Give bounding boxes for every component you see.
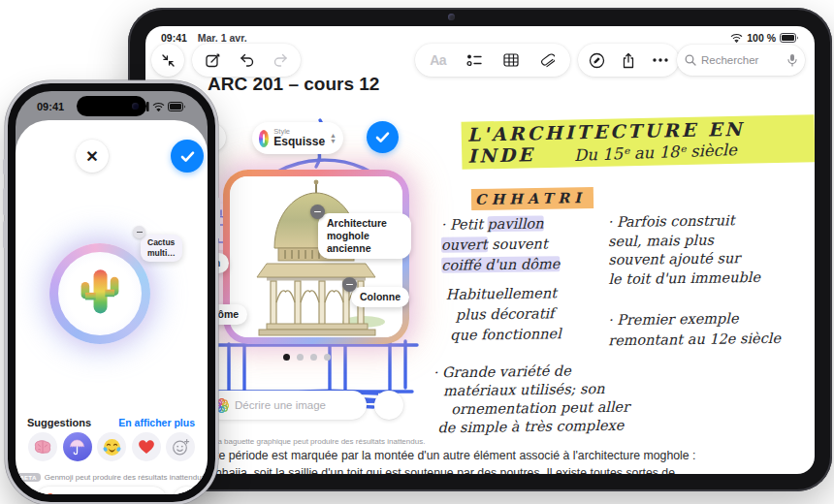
ipad-time: 09:41 [161, 32, 187, 44]
style-selector[interactable]: Style Esquisse ▲▼ [252, 122, 343, 154]
plus-icon [383, 399, 396, 412]
confirm-genmoji-button[interactable] [171, 140, 204, 173]
ipad-date: Mar. 1 avr. [198, 32, 247, 44]
minus-icon[interactable] [342, 277, 357, 292]
attachment-button[interactable] [533, 47, 561, 74]
playground-flower-icon [43, 493, 57, 494]
battery-icon [168, 102, 186, 111]
tag-architecture[interactable]: Architecture moghole ancienne [318, 213, 411, 259]
playground-flower-icon [214, 398, 229, 413]
suggestion-laughing[interactable] [97, 432, 126, 461]
edit-toolbar-group [192, 44, 301, 77]
image-prompt-input[interactable] [235, 399, 358, 411]
text-style-button[interactable]: Aa [425, 47, 452, 74]
markup-button[interactable] [583, 47, 610, 74]
check-icon [375, 131, 390, 143]
checklist-icon [466, 53, 482, 67]
redo-icon [273, 52, 289, 69]
share-button[interactable] [615, 47, 642, 74]
more-button[interactable] [647, 47, 674, 74]
iphone-time: 09:41 [37, 101, 64, 112]
table-button[interactable] [497, 47, 525, 74]
laughing-icon [103, 438, 121, 457]
style-ring-icon [259, 130, 269, 147]
wifi-icon [730, 33, 743, 43]
battery-icon [780, 33, 799, 43]
custom-emoji-icon [172, 438, 190, 457]
check-icon [180, 150, 195, 163]
image-prompt-field[interactable] [206, 391, 367, 420]
beta-disclaimer: BETA Genmoji peut produire des résultats… [16, 473, 208, 482]
collapse-button[interactable] [151, 44, 184, 77]
power-button [217, 198, 220, 238]
suggestion-brain[interactable] [28, 432, 57, 461]
heart-icon [138, 439, 155, 455]
tag-colonne[interactable]: Colonne [351, 287, 409, 307]
genmoji-concept-tag[interactable]: Cactus multi… [141, 235, 182, 262]
text-style-label: Aa [430, 52, 446, 68]
show-more-link[interactable]: En afficher plus [118, 417, 195, 428]
ipad-status-bar: 09:41 Mar. 1 avr. 100 % [161, 31, 799, 45]
umbrella-icon [69, 438, 85, 456]
note-bullet-exemple: · Premier exemple remontant au 12e siècl… [608, 308, 781, 351]
note-title: ARC 201 – cours 12 [208, 74, 379, 95]
minus-icon[interactable] [133, 226, 145, 238]
volume-up-button [3, 188, 6, 215]
person-icon [180, 493, 194, 494]
ipad-device: 09:41 Mar. 1 avr. 100 % Aa [128, 8, 832, 491]
genmoji-disclaimer-text: Genmoji peut produire des résultats inat… [45, 473, 208, 482]
genmoji-sheet: ✕ [16, 120, 208, 494]
table-icon [503, 53, 519, 67]
dynamic-island [77, 96, 146, 116]
paperclip-icon [539, 52, 555, 68]
iphone-screen: 09:41 ✕ [16, 91, 208, 494]
confirm-image-button[interactable] [367, 121, 399, 153]
close-genmoji-button[interactable]: ✕ [76, 140, 109, 173]
people-option-button[interactable] [173, 487, 201, 494]
search-input[interactable] [701, 54, 783, 66]
search-icon [685, 54, 696, 66]
front-camera [132, 103, 139, 110]
volume-down-button [3, 221, 6, 248]
format-toolbar-group: Aa [415, 44, 570, 77]
genmoji-prompt-field[interactable] [35, 487, 167, 494]
cactus-genmoji [75, 266, 125, 320]
redo-button[interactable] [267, 47, 294, 74]
beta-badge: BETA [16, 473, 41, 482]
share-icon [621, 52, 636, 69]
note-bullet-construit: · Parfois construit seul, mais plus souv… [607, 211, 760, 289]
ellipsis-icon [653, 58, 668, 62]
mic-icon[interactable] [787, 53, 797, 67]
suggestion-umbrella[interactable] [63, 432, 92, 461]
minus-icon[interactable] [310, 205, 325, 219]
tools-toolbar-group [578, 44, 679, 77]
chevron-updown-icon: ▲▼ [330, 133, 337, 143]
suggestions-header: Suggestions En afficher plus [27, 417, 195, 428]
iphone-device: 09:41 ✕ [8, 83, 215, 502]
note-body-text: te période est marquée par la montée d'u… [215, 447, 760, 474]
battery-percent: 100 % [747, 32, 776, 44]
playground-disclaimer: La baguette graphique peut produire des … [213, 437, 425, 446]
add-concept-button[interactable] [374, 391, 403, 420]
action-button [3, 159, 6, 174]
compose-icon [205, 52, 221, 69]
markup-icon [589, 52, 605, 69]
ipad-camera [448, 14, 455, 20]
wifi-icon [152, 102, 165, 111]
ipad-screen: 09:41 Mar. 1 avr. 100 % Aa [145, 26, 815, 474]
style-value: Esquisse [273, 136, 325, 148]
screenshot-canvas: 09:41 Mar. 1 avr. 100 % Aa [0, 0, 834, 504]
undo-icon [239, 52, 255, 69]
checklist-button[interactable] [461, 47, 488, 74]
search-field[interactable] [677, 45, 805, 76]
brain-icon [34, 440, 51, 455]
suggestion-heart[interactable] [132, 432, 161, 461]
collapse-icon [161, 53, 176, 68]
suggestions-label: Suggestions [27, 417, 91, 428]
emoji-suggestions-row [28, 432, 195, 461]
compose-button[interactable] [199, 47, 226, 74]
undo-button[interactable] [233, 47, 260, 74]
suggestion-custom-emoji[interactable] [166, 432, 195, 461]
image-page-dots[interactable] [283, 354, 331, 361]
